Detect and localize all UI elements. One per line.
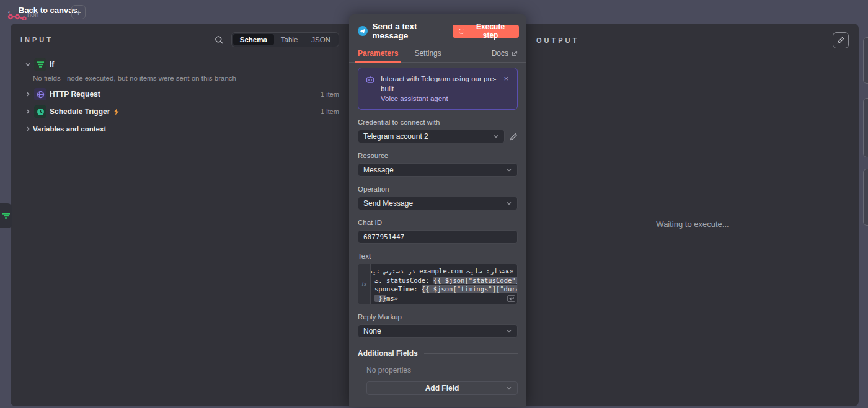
expression-editor-content[interactable]: «هشدار: سایت example.com در دسترس نیست ی… bbox=[371, 264, 517, 304]
globe-icon bbox=[34, 88, 46, 100]
if-branch-note: No fields - node executed, but no items … bbox=[11, 73, 349, 86]
node-title: Send a text message bbox=[373, 22, 453, 40]
expand-expression-icon[interactable] bbox=[507, 295, 515, 302]
robot-icon bbox=[366, 76, 374, 84]
chevron-right-icon[interactable] bbox=[23, 91, 33, 97]
back-to-canvas-button[interactable]: ← Back to canvas bbox=[6, 6, 78, 15]
back-arrow-icon: ← bbox=[6, 6, 15, 15]
docs-link[interactable]: Docs bbox=[492, 49, 518, 58]
chevron-down-icon[interactable] bbox=[23, 61, 33, 68]
chevron-right-icon[interactable] bbox=[23, 109, 33, 115]
tab-table[interactable]: Table bbox=[274, 34, 305, 45]
chat-id-value: 6077951447 bbox=[363, 233, 404, 241]
resource-select[interactable]: Message bbox=[358, 163, 518, 177]
output-panel-title: OUTPUT bbox=[536, 37, 579, 44]
chat-id-input[interactable]: 6077951447 bbox=[358, 230, 518, 244]
resource-value: Message bbox=[363, 166, 394, 174]
pencil-icon bbox=[837, 37, 844, 44]
add-button[interactable]: + bbox=[71, 5, 86, 19]
item-count: 1 item bbox=[321, 91, 339, 98]
close-icon[interactable]: × bbox=[501, 74, 511, 84]
section-divider bbox=[424, 353, 518, 354]
chevron-down-icon bbox=[506, 167, 512, 173]
item-count: 1 item bbox=[321, 108, 339, 115]
credential-select[interactable]: Telegram account 2 bbox=[358, 130, 505, 143]
edit-output-button[interactable] bbox=[833, 32, 849, 48]
telegram-agent-banner: Interact with Telegram using our pre-bui… bbox=[358, 68, 518, 110]
chevron-right-icon[interactable] bbox=[23, 126, 33, 132]
tree-row-variables-context[interactable]: Variables and context bbox=[11, 120, 349, 138]
reply-markup-value: None bbox=[363, 327, 381, 335]
add-field-label: Add Field bbox=[425, 384, 459, 392]
credential-value: Telegram account 2 bbox=[363, 132, 428, 141]
right-edge-tab[interactable] bbox=[863, 37, 868, 84]
voice-assistant-agent-link[interactable]: Voice assistant agent bbox=[381, 94, 501, 104]
clock-icon bbox=[34, 105, 46, 118]
banner-text: Interact with Telegram using our pre-bui… bbox=[381, 75, 496, 92]
execute-step-label: Execute step bbox=[468, 22, 513, 40]
node-tabs: Parameters Settings Docs bbox=[349, 44, 526, 63]
edit-credential-icon[interactable] bbox=[510, 133, 518, 141]
tree-row-label: Variables and context bbox=[33, 125, 106, 133]
trigger-bolt-icon bbox=[113, 109, 119, 115]
telegram-icon bbox=[358, 26, 368, 36]
resource-label: Resource bbox=[358, 152, 518, 159]
additional-fields-title: Additional Fields bbox=[358, 349, 418, 358]
execute-step-button[interactable]: Execute step bbox=[453, 25, 519, 38]
chevron-down-icon bbox=[493, 133, 499, 140]
chevron-down-icon bbox=[506, 200, 512, 206]
input-panel-title: INPUT bbox=[20, 36, 53, 43]
tab-parameters[interactable]: Parameters bbox=[358, 44, 398, 62]
tree-row-http-request[interactable]: HTTP Request 1 item bbox=[11, 86, 349, 103]
tree-row-label: HTTP Request bbox=[50, 90, 100, 99]
fx-gutter: fx bbox=[358, 264, 371, 304]
tab-schema[interactable]: Schema bbox=[233, 34, 274, 45]
operation-value: Send Message bbox=[363, 199, 413, 208]
node-detail-view: Send a text message Execute step Paramet… bbox=[349, 14, 526, 407]
right-edge-tab[interactable] bbox=[863, 98, 868, 157]
spinner-icon bbox=[459, 29, 464, 34]
tree-row-if[interactable]: If bbox=[11, 56, 349, 73]
text-expression-editor[interactable]: fx «هشدار: سایت example.com در دسترس نیس… bbox=[358, 264, 518, 304]
operation-label: Operation bbox=[358, 185, 518, 193]
if-node-icon bbox=[34, 58, 46, 71]
reply-markup-select[interactable]: None bbox=[358, 324, 518, 338]
chat-id-label: Chat ID bbox=[358, 219, 518, 226]
add-field-button[interactable]: Add Field bbox=[366, 381, 518, 395]
input-panel: INPUT Schema Table JSON If No field bbox=[11, 24, 349, 406]
tab-json[interactable]: JSON bbox=[304, 34, 337, 45]
external-link-icon bbox=[512, 50, 518, 56]
plus-icon: + bbox=[76, 7, 81, 17]
docs-label: Docs bbox=[492, 49, 508, 58]
chevron-down-icon bbox=[506, 328, 512, 334]
search-icon[interactable] bbox=[215, 35, 224, 45]
back-to-canvas-label: Back to canvas bbox=[19, 6, 78, 15]
text-label: Text bbox=[358, 252, 518, 260]
operation-select[interactable]: Send Message bbox=[358, 197, 518, 210]
collapsed-input-node-tab[interactable] bbox=[0, 203, 12, 228]
chevron-down-icon bbox=[506, 385, 512, 391]
output-status-text: Waiting to execute... bbox=[526, 220, 859, 229]
output-panel: OUTPUT Waiting to execute... bbox=[526, 24, 859, 406]
tree-row-label: If bbox=[50, 60, 54, 69]
tab-settings[interactable]: Settings bbox=[414, 44, 441, 62]
tree-row-label: Schedule Trigger bbox=[50, 107, 110, 116]
if-node-icon bbox=[2, 212, 11, 220]
no-properties-text: No properties bbox=[366, 366, 518, 375]
tree-row-schedule-trigger[interactable]: Schedule Trigger 1 item bbox=[11, 103, 349, 120]
reply-markup-label: Reply Markup bbox=[358, 313, 518, 321]
input-schema-tree: If No fields - node executed, but no ite… bbox=[11, 56, 349, 138]
input-view-switcher: Schema Table JSON bbox=[231, 32, 339, 47]
right-edge-tab[interactable] bbox=[863, 169, 868, 226]
credential-label: Credential to connect with bbox=[358, 118, 518, 126]
